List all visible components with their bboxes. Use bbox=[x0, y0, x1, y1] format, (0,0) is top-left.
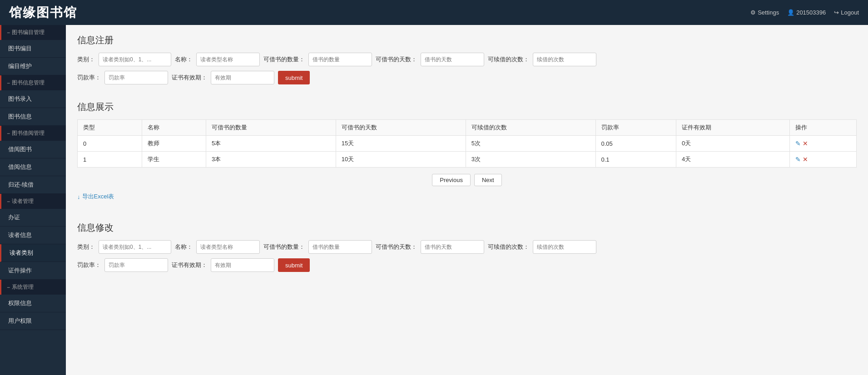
cell-cert_validity: 0天 bbox=[676, 136, 790, 152]
sidebar-item-apply-card[interactable]: 办证 bbox=[0, 209, 66, 227]
table-row: 0教师5本15天5次0.050天✎✕ bbox=[78, 136, 857, 152]
previous-button[interactable]: Previous bbox=[432, 174, 471, 186]
reg-borrow-days-label: 可借书的天数： bbox=[376, 55, 417, 64]
col-borrow-qty: 可借书的数量 bbox=[206, 120, 336, 136]
sidebar-item-return-renew[interactable]: 归还-续借 bbox=[0, 176, 66, 194]
sidebar-group-book-catalog: − 图书编目管理 bbox=[0, 25, 66, 40]
mod-type-input[interactable] bbox=[99, 240, 171, 254]
reg-fine-input[interactable] bbox=[104, 71, 168, 84]
reg-borrow-days-input[interactable] bbox=[421, 53, 484, 66]
mod-name-input[interactable] bbox=[196, 240, 260, 254]
cell-ops: ✎✕ bbox=[789, 152, 856, 168]
reg-renew-times-label: 可续借的次数： bbox=[488, 55, 529, 64]
sidebar-item-permissions[interactable]: 权限信息 bbox=[0, 295, 66, 312]
gear-icon bbox=[750, 9, 756, 16]
cell-borrow_qty: 3本 bbox=[206, 152, 336, 168]
cell-fine_rate: 0.05 bbox=[595, 136, 676, 152]
sidebar-item-reader-type[interactable]: 读者类别 bbox=[0, 244, 66, 262]
reg-cert-input[interactable] bbox=[211, 71, 274, 84]
col-borrow-days: 可借书的天数 bbox=[336, 120, 466, 136]
reg-cert-label: 证书有效期： bbox=[172, 74, 207, 82]
modify-title: 信息修改 bbox=[77, 222, 857, 234]
mod-submit-button[interactable]: submit bbox=[278, 258, 310, 272]
sidebar-item-book-catalog[interactable]: 图书编目 bbox=[0, 40, 66, 58]
delete-icon[interactable]: ✕ bbox=[803, 156, 808, 163]
cell-borrow_days: 10天 bbox=[336, 152, 466, 168]
register-title: 信息注册 bbox=[77, 34, 857, 46]
info-table: 类型 名称 可借书的数量 可借书的天数 可续借的次数 罚款率 证件有效期 操作 … bbox=[77, 119, 857, 168]
col-renew-times: 可续借的次数 bbox=[466, 120, 595, 136]
register-form-row2: 罚款率： 证书有效期： submit bbox=[77, 71, 857, 84]
sidebar-group-reader: − 读者管理 bbox=[0, 194, 66, 209]
delete-icon[interactable]: ✕ bbox=[803, 140, 808, 147]
reg-borrow-qty-label: 可借书的数量： bbox=[263, 55, 305, 64]
reg-borrow-qty-input[interactable] bbox=[308, 53, 372, 66]
sidebar-item-reader-info[interactable]: 读者信息 bbox=[0, 227, 66, 244]
col-cert-validity: 证件有效期 bbox=[676, 120, 790, 136]
cell-renew_times: 3次 bbox=[466, 152, 595, 168]
mod-cert-input[interactable] bbox=[211, 258, 274, 272]
cell-type: 1 bbox=[78, 152, 142, 168]
modify-section: 信息修改 类别： 名称： 可借书的数量： 可借书的天数： 可续借的次数： 罚款率… bbox=[77, 222, 857, 272]
mod-borrow-days-input[interactable] bbox=[421, 240, 484, 254]
logout-icon: ↪ bbox=[834, 9, 839, 16]
sidebar-item-borrow-book[interactable]: 借阅图书 bbox=[0, 141, 66, 158]
display-section: 信息展示 类型 名称 可借书的数量 可借书的天数 可续借的次数 罚款率 证件有效… bbox=[77, 101, 857, 209]
logo: 馆缘图书馆 bbox=[9, 4, 77, 21]
mod-borrow-qty-input[interactable] bbox=[308, 240, 372, 254]
logout-link[interactable]: ↪ Logout bbox=[834, 9, 859, 16]
reg-type-input[interactable] bbox=[99, 53, 171, 66]
sidebar-item-catalog-maintain[interactable]: 编目维护 bbox=[0, 58, 66, 75]
mod-borrow-days-label: 可借书的天数： bbox=[376, 243, 417, 251]
sidebar: − 图书编目管理 图书编目 编目维护 − 图书信息管理 图书录入 图书信息 − … bbox=[0, 25, 66, 375]
user-link[interactable]: 👤 201503396 bbox=[787, 9, 826, 16]
reg-type-label: 类别： bbox=[77, 55, 95, 64]
next-button[interactable]: Next bbox=[474, 174, 502, 186]
minus-icon: − bbox=[7, 30, 10, 36]
cell-borrow_qty: 5本 bbox=[206, 136, 336, 152]
export-excel-link[interactable]: ↓ 导出Excel表 bbox=[77, 192, 114, 201]
sidebar-item-book-entry[interactable]: 图书录入 bbox=[0, 90, 66, 108]
reg-renew-times-input[interactable] bbox=[533, 53, 596, 66]
mod-cert-label: 证书有效期： bbox=[172, 261, 207, 269]
cell-ops: ✎✕ bbox=[789, 136, 856, 152]
header-right: Settings 👤 201503396 ↪ Logout bbox=[750, 9, 859, 16]
modify-form-row2: 罚款率： 证书有效期： submit bbox=[77, 258, 857, 272]
mod-type-label: 类别： bbox=[77, 243, 95, 251]
mod-fine-input[interactable] bbox=[104, 258, 168, 272]
reg-name-input[interactable] bbox=[196, 53, 260, 66]
settings-link[interactable]: Settings bbox=[750, 9, 779, 16]
user-icon: 👤 bbox=[787, 9, 794, 16]
reg-submit-button[interactable]: submit bbox=[278, 71, 310, 84]
mod-fine-label: 罚款率： bbox=[77, 261, 101, 269]
sidebar-item-borrow-info[interactable]: 借阅信息 bbox=[0, 158, 66, 176]
sidebar-item-cert-ops[interactable]: 证件操作 bbox=[0, 262, 66, 280]
sidebar-group-system: − 系统管理 bbox=[0, 280, 66, 295]
cell-renew_times: 5次 bbox=[466, 136, 595, 152]
header: 馆缘图书馆 Settings 👤 201503396 ↪ Logout bbox=[0, 0, 868, 25]
cell-name: 学生 bbox=[142, 152, 206, 168]
minus-icon4: − bbox=[7, 198, 10, 205]
cell-borrow_days: 15天 bbox=[336, 136, 466, 152]
mod-name-label: 名称： bbox=[175, 243, 193, 251]
col-ops: 操作 bbox=[789, 120, 856, 136]
mod-renew-times-label: 可续借的次数： bbox=[488, 243, 529, 251]
mod-renew-times-input[interactable] bbox=[533, 240, 596, 254]
sidebar-group-book-info: − 图书信息管理 bbox=[0, 75, 66, 90]
sidebar-item-book-info[interactable]: 图书信息 bbox=[0, 108, 66, 126]
sidebar-item-user-perms[interactable]: 用户权限 bbox=[0, 312, 66, 330]
edit-icon[interactable]: ✎ bbox=[795, 156, 801, 163]
reg-fine-label: 罚款率： bbox=[77, 74, 101, 82]
table-row: 1学生3本10天3次0.14天✎✕ bbox=[78, 152, 857, 168]
edit-icon[interactable]: ✎ bbox=[795, 140, 801, 147]
col-fine-rate: 罚款率 bbox=[595, 120, 676, 136]
display-title: 信息展示 bbox=[77, 101, 857, 113]
cell-cert_validity: 4天 bbox=[676, 152, 790, 168]
reg-name-label: 名称： bbox=[175, 55, 193, 64]
minus-icon2: − bbox=[7, 80, 10, 86]
cell-fine_rate: 0.1 bbox=[595, 152, 676, 168]
minus-icon5: − bbox=[7, 284, 10, 291]
main-content: 信息注册 类别： 名称： 可借书的数量： 可借书的天数： 可续借的次数： 罚款率… bbox=[66, 25, 868, 375]
mod-borrow-qty-label: 可借书的数量： bbox=[263, 243, 305, 251]
sidebar-group-borrow: − 图书借阅管理 bbox=[0, 126, 66, 141]
